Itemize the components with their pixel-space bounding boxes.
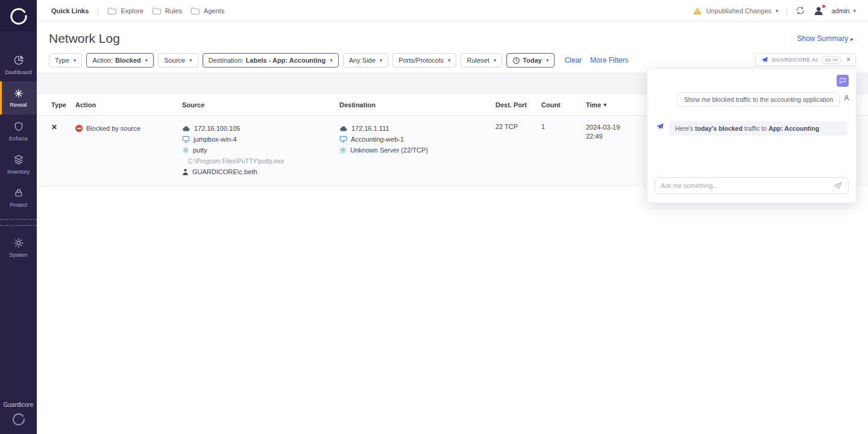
dest-service[interactable]: Unknown Server (22/TCP): [350, 146, 428, 154]
filter-source[interactable]: Source ▾: [158, 53, 198, 68]
column-header-destination[interactable]: Destination: [339, 101, 495, 108]
layers-icon: [13, 154, 25, 166]
sidebar: Dashboard Reveal Enforce: [0, 0, 37, 434]
source-process[interactable]: putty: [193, 146, 207, 154]
show-summary-link[interactable]: Show Summary ▸: [797, 34, 854, 43]
column-header-source[interactable]: Source: [182, 101, 339, 108]
reveal-icon: [13, 88, 24, 99]
sidebar-item-enforce[interactable]: Enforce: [0, 115, 37, 148]
column-header-count[interactable]: Count: [541, 101, 586, 108]
destination-cell: 172.16.1.111 Accounting-web-1 Unknown Se…: [339, 123, 495, 156]
guardicore-ai-panel: Show me blocked traffic to the accountin…: [647, 68, 857, 203]
chevron-down-icon: ▾: [776, 8, 779, 14]
column-header-dest-port[interactable]: Dest. Port: [495, 101, 541, 108]
sidebar-item-protect[interactable]: Protect: [0, 181, 37, 214]
sidebar-item-label: Enforce: [9, 136, 28, 142]
cloud-icon: [339, 125, 348, 131]
page-title: Network Log: [49, 31, 120, 46]
sidebar-item-label: Inventory: [7, 169, 30, 175]
sidebar-brand: Guardicore: [4, 401, 33, 408]
filter-label: Destination:: [209, 57, 244, 64]
chevron-down-icon: ▾: [74, 57, 77, 63]
action-cell: Blocked by source: [75, 123, 182, 134]
topbar-link-agents[interactable]: Agents: [190, 7, 224, 15]
topbar-link-explore[interactable]: Explore: [107, 7, 143, 15]
filter-time-today[interactable]: Today ▾: [506, 53, 555, 68]
source-host[interactable]: jumpbox-win-4: [193, 136, 237, 143]
chevron-down-icon: ▾: [546, 57, 549, 63]
quick-links[interactable]: Quick Links: [51, 7, 89, 14]
separator: |: [97, 7, 99, 15]
topbar-link-label: Rules: [165, 7, 182, 14]
filter-label: Source: [164, 57, 185, 64]
filter-destination[interactable]: Destination: Labels - App: Accounting ▾: [203, 53, 339, 68]
filter-value: Labels - App: Accounting: [246, 57, 326, 64]
process-gear-icon: [339, 146, 347, 154]
send-icon: [833, 181, 843, 190]
user-message-row: Show me blocked traffic to the accountin…: [647, 87, 856, 107]
chevron-down-icon: ▾: [494, 57, 497, 63]
guardicore-logo[interactable]: [0, 0, 37, 31]
notification-dot: [822, 4, 826, 8]
type-cell: ✕: [51, 123, 75, 131]
sidebar-item-label: Dashboard: [5, 69, 31, 75]
sidebar-nav: Dashboard Reveal Enforce: [0, 48, 37, 264]
chevron-down-icon: ▾: [448, 57, 451, 63]
folder-icon: [107, 7, 117, 15]
filter-type[interactable]: Type ▾: [49, 53, 82, 68]
user-avatar[interactable]: [813, 5, 825, 17]
blocked-x-icon: ✕: [51, 123, 57, 131]
ai-panel-header: [647, 69, 856, 87]
filter-label: Action:: [92, 57, 113, 64]
sidebar-item-reveal[interactable]: Reveal: [0, 81, 37, 115]
filter-ruleset[interactable]: Ruleset ▾: [461, 53, 502, 68]
gear-icon: [13, 237, 25, 249]
count-cell: 1: [541, 123, 586, 130]
ai-plane-icon: [761, 56, 769, 64]
sidebar-item-system[interactable]: System: [0, 231, 37, 264]
sidebar-item-label: Protect: [10, 202, 27, 208]
folder-icon: [190, 7, 200, 15]
dest-host[interactable]: Accounting-web-1: [351, 136, 404, 143]
new-chat-button[interactable]: [837, 75, 849, 87]
dashboard-icon: [13, 54, 25, 66]
column-header-action[interactable]: Action: [75, 101, 182, 108]
column-header-type[interactable]: Type: [51, 101, 75, 108]
sidebar-item-dashboard[interactable]: Dashboard: [0, 48, 37, 81]
filter-ports-protocols[interactable]: Ports/Protocols ▾: [392, 53, 456, 68]
close-icon[interactable]: ×: [846, 55, 851, 64]
source-ip[interactable]: 172.16.100.105: [194, 125, 240, 132]
guardicore-ai-pill[interactable]: GUARDICORE AI BETA ×: [755, 53, 857, 66]
user-menu[interactable]: admin ▾: [832, 7, 857, 14]
ai-input[interactable]: [661, 182, 833, 189]
unpublished-changes[interactable]: Unpublished Changes ▾: [693, 7, 779, 15]
topbar-link-rules[interactable]: Rules: [152, 7, 182, 15]
arrow-right-icon: ▸: [851, 36, 854, 42]
dest-ip[interactable]: 172.16.1.111: [351, 125, 389, 132]
topbar-link-label: Explore: [121, 7, 143, 14]
clear-filters-button[interactable]: Clear: [564, 56, 582, 64]
source-cell: 172.16.100.105 jumpbox-win-4 putty C:\Pr…: [182, 123, 339, 177]
chevron-down-icon: ▾: [145, 57, 148, 63]
filter-value: Blocked: [115, 57, 141, 64]
ai-message-text: Here's: [675, 125, 695, 132]
user-message: Show me blocked traffic to the accountin…: [678, 92, 840, 107]
sidebar-item-inventory[interactable]: Inventory: [0, 148, 37, 181]
chevron-down-icon: ▾: [380, 57, 383, 63]
column-header-time-label: Time: [586, 101, 601, 108]
source-user[interactable]: GUARDICORE\c.beth: [192, 168, 257, 175]
ai-input-container: [655, 177, 849, 194]
unpublished-changes-label: Unpublished Changes: [706, 7, 772, 14]
chat-bubble-icon: [839, 77, 846, 84]
more-filters-button[interactable]: More Filters: [590, 56, 628, 64]
folder-icon: [152, 7, 162, 15]
filter-action[interactable]: Action: Blocked ▾: [86, 53, 154, 68]
user-icon: [182, 168, 189, 175]
person-icon: [843, 95, 850, 101]
ai-message-bold: App: Accounting: [769, 125, 819, 132]
send-button[interactable]: [833, 181, 843, 190]
refresh-button[interactable]: [795, 5, 805, 16]
ai-message: Here's today's blocked traffic to App: A…: [669, 121, 848, 136]
filter-any-side[interactable]: Any Side ▾: [343, 53, 389, 68]
sidebar-footer: Guardicore: [4, 401, 33, 426]
